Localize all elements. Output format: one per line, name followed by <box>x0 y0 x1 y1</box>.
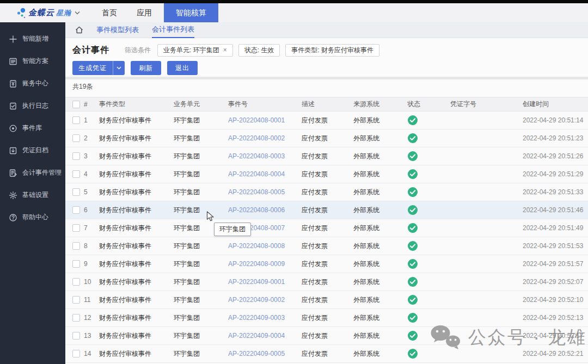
table-row[interactable]: 7 财务应付审核事件 环宇集团 AP-20220408-0007 应付发票 外部… <box>65 219 588 237</box>
source-system-cell: 外部系统 <box>353 260 405 269</box>
row-checkbox[interactable] <box>72 206 80 214</box>
row-checkbox[interactable] <box>72 242 80 250</box>
sidebar-item-event-library[interactable]: 事件库 <box>0 117 65 139</box>
exit-button[interactable]: 退出 <box>167 61 198 75</box>
event-no-link[interactable]: AP-20220409-0005 <box>228 350 285 357</box>
table-row[interactable]: 11 财务应付审核事件 环宇集团 AP-20220409-0002 应付发票 外… <box>65 291 588 309</box>
row-checkbox[interactable] <box>72 278 80 286</box>
table-row[interactable]: 12 财务应付审核事件 环宇集团 AP-20220409-0003 应付发票 外… <box>65 309 588 327</box>
filter-chip[interactable]: 业务单元: 环宇集团× <box>157 44 233 57</box>
created-at-cell: 2022-04-29 20:51:33 <box>523 188 588 196</box>
event-no-link[interactable]: AP-20220408-0002 <box>228 134 285 142</box>
table-row[interactable]: 8 财务应付审核事件 环宇集团 AP-20220408-0008 应付发票 外部… <box>65 237 588 255</box>
chevron-down-icon[interactable] <box>113 61 125 75</box>
top-nav-apps[interactable]: 应用 <box>127 3 162 22</box>
table-row[interactable]: 14 财务应付审核事件 环宇集团 AP-20220409-0005 应付发票 外… <box>65 345 588 363</box>
top-nav-smart-accounting[interactable]: 智能核算 <box>164 3 218 22</box>
row-checkbox[interactable] <box>72 296 80 304</box>
sidebar-item-voucher-archive[interactable]: 凭证归档 <box>0 139 65 162</box>
status-success-icon <box>407 330 418 341</box>
table-row[interactable]: 10 财务应付审核事件 环宇集团 AP-20220409-0001 应付发票 外… <box>65 273 588 291</box>
sidebar-item-smart-scheme[interactable]: 智能方案 <box>0 50 65 72</box>
select-all-checkbox[interactable] <box>72 101 80 108</box>
event-no-link[interactable]: AP-20220408-0004 <box>228 170 285 178</box>
row-index: 8 <box>84 242 99 250</box>
table-row[interactable]: 5 财务应付审核事件 环宇集团 AP-20220408-0005 应付发票 外部… <box>65 183 588 201</box>
generate-voucher-button[interactable]: 生成凭证 <box>72 61 125 75</box>
row-checkbox[interactable] <box>72 350 80 357</box>
event-no-link[interactable]: AP-20220409-0002 <box>228 296 285 304</box>
sidebar-item-event-management[interactable]: 会计事件管理 <box>0 162 65 184</box>
toolbar: 生成凭证 刷新 退出 <box>72 61 198 75</box>
filter-chip[interactable]: 事件类型: 财务应付审核事件 <box>285 44 379 57</box>
home-icon[interactable] <box>75 26 83 34</box>
sidebar-item-smart-add[interactable]: 智能新增 <box>0 28 65 50</box>
sidebar-item-basic-settings[interactable]: 基础设置 <box>0 184 65 206</box>
event-no-link[interactable]: AP-20220408-0009 <box>228 260 285 268</box>
table-body: 1 财务应付审核事件 环宇集团 AP-20220408-0001 应付发票 外部… <box>65 112 588 363</box>
event-no-link[interactable]: AP-20220408-0005 <box>228 188 285 196</box>
source-system-cell: 外部系统 <box>353 152 405 161</box>
row-checkbox[interactable] <box>72 260 80 268</box>
business-unit-cell: 环宇集团 <box>174 206 228 215</box>
event-no-link[interactable]: AP-20220408-0003 <box>228 152 285 160</box>
table-row[interactable]: 13 财务应付审核事件 环宇集团 AP-20220409-0004 应付发票 外… <box>65 327 588 345</box>
row-checkbox[interactable] <box>72 170 80 178</box>
col-header-created-at[interactable]: 创建时间 <box>523 100 588 109</box>
table-row[interactable]: 6 财务应付审核事件 环宇集团 AP-20220408-0006 应付发票 外部… <box>65 201 588 219</box>
col-header-description[interactable]: 描述 <box>302 100 353 109</box>
col-header-source-system[interactable]: 来源系统 <box>353 100 405 109</box>
row-checkbox[interactable] <box>72 188 80 196</box>
col-header-status[interactable]: 状态 <box>405 100 450 109</box>
row-checkbox[interactable] <box>72 332 80 340</box>
business-unit-cell: 环宇集团 <box>174 242 228 251</box>
event-type-cell: 财务应付审核事件 <box>99 313 174 323</box>
event-no-link[interactable]: AP-20220409-0003 <box>228 314 285 322</box>
table-row[interactable]: 3 财务应付审核事件 环宇集团 AP-20220408-0003 应付发票 外部… <box>65 147 588 165</box>
event-no-link[interactable]: AP-20220409-0001 <box>228 278 285 286</box>
source-system-cell: 外部系统 <box>353 188 405 197</box>
col-header-index[interactable]: # <box>84 101 99 108</box>
archive-icon <box>8 146 17 155</box>
event-no-link[interactable]: AP-20220408-0001 <box>228 116 285 124</box>
close-icon[interactable]: × <box>223 46 227 54</box>
row-index: 6 <box>84 206 99 214</box>
table-row[interactable]: 9 财务应付审核事件 环宇集团 AP-20220408-0009 应付发票 外部… <box>65 255 588 273</box>
event-no-link[interactable]: AP-20220408-0008 <box>228 242 285 250</box>
col-header-event-no[interactable]: 事件号 <box>228 100 302 109</box>
chevron-down-icon[interactable] <box>75 11 80 15</box>
tooltip: 环宇集团 <box>214 223 251 236</box>
table-row[interactable]: 4 财务应付审核事件 环宇集团 AP-20220408-0004 应付发票 外部… <box>65 165 588 183</box>
sidebar-item-label: 智能方案 <box>22 57 48 66</box>
row-checkbox[interactable] <box>72 314 80 322</box>
source-system-cell: 外部系统 <box>353 313 405 323</box>
status-success-icon <box>407 312 418 323</box>
tab-event-model-list[interactable]: 事件模型列表 <box>96 22 139 38</box>
table-row[interactable]: 2 财务应付审核事件 环宇集团 AP-20220408-0002 应付发票 外部… <box>65 129 588 147</box>
status-success-icon <box>407 169 418 180</box>
created-at-cell: 2022-04-29 20:51:53 <box>523 242 588 250</box>
col-header-business-unit[interactable]: 业务单元 <box>174 100 228 109</box>
sidebar-item-account-center[interactable]: 账务中心 <box>0 72 65 95</box>
col-header-voucher-no[interactable]: 凭证字号 <box>450 100 523 109</box>
col-header-event-type[interactable]: 事件类型 <box>99 100 174 109</box>
event-type-cell: 财务应付审核事件 <box>99 295 174 305</box>
created-at-cell: 2022-04-29 20:51:57 <box>523 260 588 268</box>
row-checkbox[interactable] <box>72 134 80 142</box>
row-checkbox[interactable] <box>72 224 80 232</box>
status-success-icon <box>407 276 418 287</box>
row-checkbox[interactable] <box>72 152 80 160</box>
sidebar-item-help-center[interactable]: 帮助中心 <box>0 206 65 229</box>
table-row[interactable]: 1 财务应付审核事件 环宇集团 AP-20220408-0001 应付发票 外部… <box>65 112 588 129</box>
brand-logo[interactable]: 金蝶云 星瀚 <box>16 7 80 20</box>
row-checkbox[interactable] <box>72 116 80 124</box>
event-type-cell: 财务应付审核事件 <box>99 224 174 233</box>
tab-accounting-event-list[interactable]: 会计事件列表 <box>152 22 194 38</box>
event-no-link[interactable]: AP-20220409-0004 <box>228 332 285 340</box>
filter-chip[interactable]: 状态: 生效 <box>238 44 280 57</box>
sidebar-item-exec-log[interactable]: 执行日志 <box>0 95 65 117</box>
refresh-button[interactable]: 刷新 <box>131 61 161 75</box>
event-no-link[interactable]: AP-20220408-0006 <box>228 206 285 214</box>
main-area: 事件模型列表会计事件列表 会计事件 筛选条件 业务单元: 环宇集团×状态: 生效… <box>65 22 588 364</box>
top-nav-home[interactable]: 首页 <box>92 3 127 22</box>
